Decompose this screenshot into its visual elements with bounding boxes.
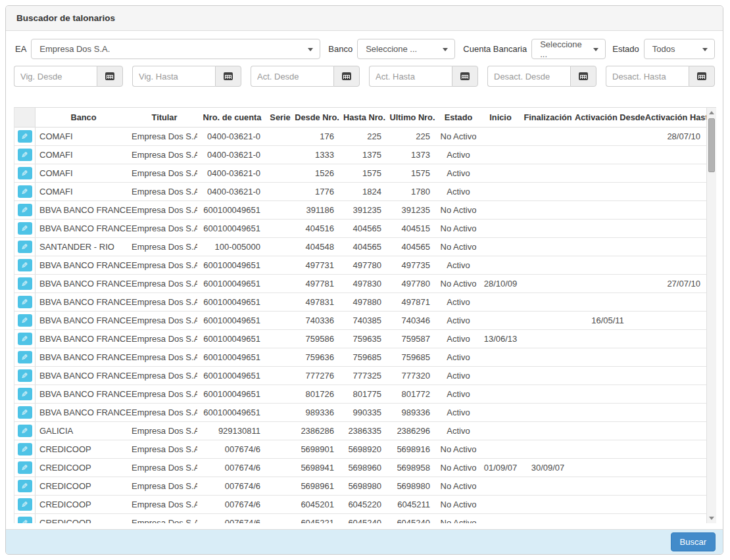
cell-ultimo-nro: 6045211 [388, 500, 437, 509]
cell-titular: Empresa Dos S.A. [132, 187, 197, 197]
ea-select[interactable]: Empresa Dos S.A. [31, 39, 320, 59]
cell-ultimo-nro: 6045240 [388, 518, 437, 523]
act-desde-input[interactable] [251, 66, 333, 87]
desact-hasta-calendar-button[interactable] [689, 66, 715, 87]
edit-cell: ✎ [14, 496, 36, 513]
edit-cell: ✎ [14, 514, 36, 523]
cell-titular: Empresa Dos S.A. [132, 334, 197, 344]
table-header-row: Banco Titular Nro. de cuenta Serie Desde… [14, 108, 707, 128]
cell-banco: COMAFI [36, 131, 132, 141]
vig-desde-group [14, 66, 123, 87]
cell-nro-cuenta: 007674/6 [197, 463, 267, 473]
cell-ultimo-nro: 1373 [388, 150, 437, 160]
pencil-icon: ✎ [21, 409, 28, 417]
edit-row-button[interactable]: ✎ [18, 480, 32, 492]
edit-cell: ✎ [14, 348, 36, 366]
cell-hasta-nro: 759635 [341, 334, 388, 344]
cell-ultimo-nro: 497780 [388, 279, 437, 289]
cell-hasta-nro: 404565 [341, 223, 388, 233]
buscar-button[interactable]: Buscar [671, 532, 716, 551]
edit-row-button[interactable]: ✎ [18, 443, 32, 455]
cell-activacion-hasta: 27/07/10 [641, 279, 707, 289]
scroll-down-arrow-icon[interactable] [709, 517, 714, 520]
cell-titular: Empresa Dos S.A. [132, 242, 197, 252]
cell-banco: BBVA BANCO FRANCES [36, 260, 132, 270]
desact-hasta-input[interactable] [606, 66, 689, 87]
edit-row-button[interactable]: ✎ [18, 388, 32, 400]
cell-ultimo-nro: 801772 [388, 389, 437, 399]
cell-ultimo-nro: 404515 [388, 223, 437, 233]
panel-heading: Buscador de talonarios [6, 6, 723, 31]
cuenta-bancaria-select[interactable]: Seleccione ... [531, 39, 606, 59]
pencil-icon: ✎ [21, 317, 28, 325]
col-header-banco: Banco [36, 112, 132, 122]
cell-desde-nro: 801726 [293, 389, 341, 399]
chevron-down-icon [308, 48, 313, 51]
edit-cell: ✎ [14, 440, 36, 458]
edit-row-button[interactable]: ✎ [18, 204, 32, 216]
act-hasta-calendar-button[interactable] [452, 66, 478, 87]
vig-hasta-calendar-button[interactable] [215, 66, 241, 87]
banco-select[interactable]: Seleccione ... [357, 39, 455, 59]
edit-row-button[interactable]: ✎ [18, 149, 32, 161]
panel-title: Buscador de talonarios [16, 13, 115, 23]
edit-row-button[interactable]: ✎ [18, 167, 32, 179]
chevron-down-icon [593, 48, 598, 51]
edit-row-button[interactable]: ✎ [18, 241, 32, 253]
table-row: ✎ COMAFI Empresa Dos S.A. 0400-03621-0 1… [14, 164, 707, 183]
cell-ultimo-nro: 1575 [388, 168, 437, 178]
cell-banco: CREDICOOP [36, 444, 132, 454]
estado-select[interactable]: Todos [644, 39, 715, 59]
cell-banco: CREDICOOP [36, 500, 132, 509]
cell-banco: BBVA BANCO FRANCES [36, 408, 132, 417]
cell-ultimo-nro: 5698916 [388, 444, 437, 454]
edit-row-button[interactable]: ✎ [18, 517, 32, 523]
act-desde-calendar-button[interactable] [333, 66, 360, 87]
cell-nro-cuenta: 929130811 [197, 426, 267, 436]
desact-hasta-group [606, 66, 715, 87]
cell-banco: GALICIA [36, 426, 132, 436]
cell-titular: Empresa Dos S.A. [132, 481, 197, 491]
cell-hasta-nro: 6045240 [341, 518, 388, 523]
panel-body: EA Empresa Dos S.A. Banco Seleccione ...… [6, 31, 723, 531]
panel-footer: Buscar [6, 529, 723, 554]
desact-desde-input[interactable] [487, 66, 570, 87]
cell-desde-nro: 1776 [293, 187, 341, 197]
vig-desde-calendar-button[interactable] [97, 66, 123, 87]
desact-desde-calendar-button[interactable] [570, 66, 596, 87]
edit-row-button[interactable]: ✎ [18, 425, 32, 437]
table-row: ✎ COMAFI Empresa Dos S.A. 0400-03621-0 1… [14, 183, 707, 201]
edit-row-button[interactable]: ✎ [18, 333, 32, 345]
edit-row-button[interactable]: ✎ [18, 222, 32, 235]
cell-titular: Empresa Dos S.A. [132, 279, 197, 289]
edit-row-button[interactable]: ✎ [18, 277, 32, 290]
vertical-scrollbar[interactable] [706, 108, 716, 523]
cell-titular: Empresa Dos S.A. [132, 518, 197, 523]
edit-row-button[interactable]: ✎ [18, 314, 32, 327]
pencil-icon: ✎ [21, 262, 28, 269]
edit-cell: ✎ [14, 220, 36, 237]
talonarios-table: Banco Titular Nro. de cuenta Serie Desde… [14, 107, 716, 523]
cell-estado: No Activo [437, 481, 480, 491]
edit-row-button[interactable]: ✎ [18, 296, 32, 308]
edit-row-button[interactable]: ✎ [18, 406, 32, 419]
edit-cell: ✎ [14, 330, 36, 348]
edit-row-button[interactable]: ✎ [18, 259, 32, 271]
vig-hasta-input[interactable] [132, 66, 215, 87]
scroll-up-arrow-icon[interactable] [709, 111, 714, 114]
edit-row-button[interactable]: ✎ [18, 130, 32, 143]
cell-nro-cuenta: 600100049651 [197, 334, 267, 344]
col-header-serie: Serie [267, 112, 293, 122]
cell-banco: BBVA BANCO FRANCES [36, 297, 132, 307]
act-hasta-input[interactable] [369, 66, 452, 87]
edit-row-button[interactable]: ✎ [18, 185, 32, 198]
col-header-titular: Titular [132, 112, 197, 122]
edit-row-button[interactable]: ✎ [18, 351, 32, 363]
edit-row-button[interactable]: ✎ [18, 369, 32, 382]
edit-row-button[interactable]: ✎ [18, 461, 32, 474]
cell-ultimo-nro: 740346 [388, 315, 437, 325]
edit-row-button[interactable]: ✎ [18, 498, 32, 511]
table-row: ✎ BBVA BANCO FRANCES Empresa Dos S.A. 60… [14, 404, 707, 422]
vig-desde-input[interactable] [14, 66, 97, 87]
scrollbar-thumb[interactable] [708, 118, 715, 172]
